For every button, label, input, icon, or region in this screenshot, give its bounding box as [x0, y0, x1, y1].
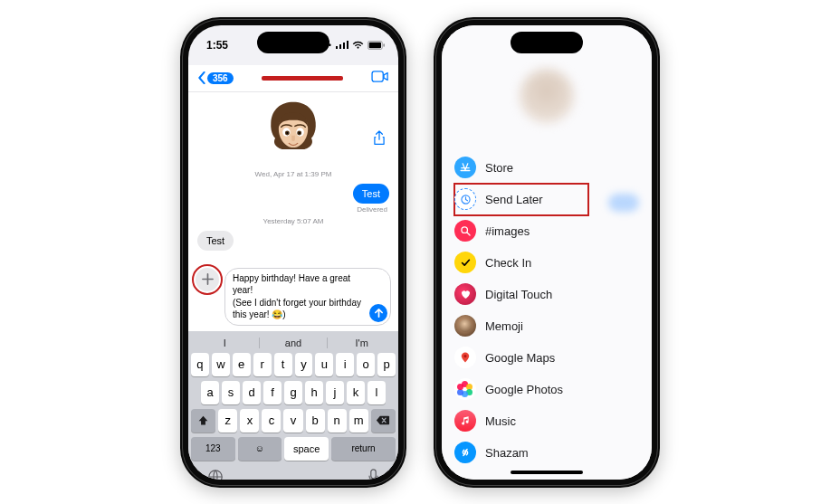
- menu-item-music[interactable]: Music: [454, 405, 588, 437]
- menu-item-send-later[interactable]: Send Later: [454, 184, 588, 215]
- contact-name-redacted[interactable]: [262, 76, 343, 81]
- key-u[interactable]: u: [315, 353, 333, 376]
- checkmark-icon: [454, 252, 476, 273]
- mic-icon: [368, 469, 379, 480]
- key-w[interactable]: w: [212, 353, 230, 376]
- key-t[interactable]: t: [274, 353, 292, 376]
- predictive-3[interactable]: I'm: [327, 338, 396, 348]
- search-icon: [454, 220, 476, 242]
- globe-key[interactable]: [207, 469, 224, 480]
- key-x[interactable]: x: [240, 409, 259, 433]
- battery-icon: [368, 41, 386, 50]
- arrow-up-icon: [374, 308, 384, 318]
- menu-item-label: Memoji: [485, 319, 523, 333]
- keyboard-bottom-bar: [191, 465, 396, 480]
- menu-item-google-maps[interactable]: Google Maps: [454, 342, 588, 374]
- store-icon: [454, 157, 476, 178]
- message-input[interactable]: Happy birthday! Have a great year! (See …: [224, 268, 391, 326]
- menu-item-label: Send Later: [485, 193, 543, 206]
- menu-item-shazam[interactable]: Shazam: [454, 437, 588, 469]
- menu-item-digital-touch[interactable]: Digital Touch: [454, 279, 588, 310]
- video-icon: [371, 71, 389, 82]
- key-v[interactable]: v: [283, 409, 302, 433]
- menu-item-google-photos[interactable]: Google Photos: [454, 374, 588, 405]
- key-d[interactable]: d: [243, 381, 261, 404]
- menu-item-memoji[interactable]: Memoji: [454, 310, 588, 342]
- iphone-right: StoreSend Later#imagesCheck InDigital To…: [434, 17, 660, 488]
- key-e[interactable]: e: [233, 353, 251, 376]
- date-stamp-1: Wed, Apr 17 at 1:39 PM: [197, 170, 389, 178]
- cellular-icon: [336, 41, 348, 49]
- key-s[interactable]: s: [222, 381, 240, 404]
- key-row-2: asdfghjkl: [191, 381, 396, 404]
- heart-icon: [454, 283, 476, 305]
- key-row-3: zxcvbnm: [191, 409, 396, 433]
- key-m[interactable]: m: [349, 409, 368, 433]
- contact-avatar[interactable]: [259, 98, 328, 166]
- facetime-button[interactable]: [371, 70, 389, 86]
- screen-messages: 1:55 •••• 356: [188, 25, 398, 480]
- key-g[interactable]: g: [284, 381, 302, 404]
- menu-item-images[interactable]: #images: [454, 215, 588, 247]
- back-button[interactable]: 356: [197, 71, 234, 84]
- menu-item-label: Music: [485, 414, 516, 428]
- apps-plus-button[interactable]: [196, 268, 219, 291]
- key-k[interactable]: k: [347, 381, 365, 404]
- status-time: 1:55: [206, 39, 228, 52]
- compose-line-1: Happy birthday! Have a great year!: [233, 272, 367, 297]
- send-button[interactable]: [369, 304, 387, 322]
- wifi-icon: [352, 41, 364, 50]
- sent-bubble-1[interactable]: Test: [353, 184, 389, 204]
- emoji-keyboard-icon: ☺: [255, 443, 264, 453]
- shift-key[interactable]: [191, 409, 215, 433]
- key-r[interactable]: r: [253, 353, 272, 376]
- space-key[interactable]: space: [284, 437, 329, 461]
- predictive-1[interactable]: I: [191, 338, 259, 348]
- key-f[interactable]: f: [263, 381, 282, 404]
- menu-item-store[interactable]: Store: [454, 152, 588, 184]
- key-b[interactable]: b: [306, 409, 325, 433]
- share-icon: [373, 130, 386, 146]
- key-q[interactable]: q: [191, 353, 209, 376]
- compose-line-2: (See I didn't forget your birthday this …: [233, 297, 367, 321]
- svg-point-9: [299, 131, 301, 133]
- return-key[interactable]: return: [331, 437, 396, 461]
- key-p[interactable]: p: [377, 353, 396, 376]
- key-z[interactable]: z: [218, 409, 237, 433]
- dictate-key[interactable]: [368, 469, 379, 480]
- svg-rect-1: [369, 42, 381, 48]
- key-i[interactable]: i: [336, 353, 354, 376]
- key-a[interactable]: a: [201, 381, 219, 404]
- maps-pin-icon: [454, 347, 476, 368]
- iphone-left: 1:55 •••• 356: [180, 17, 406, 488]
- svg-rect-3: [372, 71, 383, 81]
- memoji-avatar-icon: [259, 98, 328, 166]
- clock-icon: [454, 188, 476, 210]
- plus-icon: [202, 273, 214, 285]
- menu-item-label: #images: [485, 224, 530, 238]
- key-n[interactable]: n: [328, 409, 347, 433]
- numbers-key[interactable]: 123: [191, 437, 235, 461]
- dynamic-island: [257, 32, 329, 53]
- received-bubble-1[interactable]: Test: [197, 231, 234, 251]
- menu-item-label: Google Photos: [485, 383, 563, 396]
- key-o[interactable]: o: [357, 353, 375, 376]
- nav-bar: 356: [188, 65, 398, 92]
- key-h[interactable]: h: [305, 381, 323, 404]
- menu-item-check-in[interactable]: Check In: [454, 247, 588, 279]
- key-l[interactable]: l: [368, 381, 386, 404]
- shift-icon: [197, 414, 209, 426]
- svg-rect-11: [371, 469, 376, 478]
- predictive-2[interactable]: and: [259, 338, 328, 348]
- home-indicator[interactable]: [511, 471, 583, 474]
- chat-transcript[interactable]: Wed, Apr 17 at 1:39 PM Test Delivered Ye…: [188, 92, 398, 264]
- globe-icon: [207, 469, 224, 480]
- photos-icon: [454, 378, 476, 400]
- key-c[interactable]: c: [262, 409, 281, 433]
- share-button[interactable]: [373, 130, 386, 149]
- menu-item-label: Digital Touch: [485, 288, 552, 301]
- key-y[interactable]: y: [295, 353, 313, 376]
- backspace-key[interactable]: [371, 409, 396, 433]
- emoji-key[interactable]: ☺: [238, 437, 282, 461]
- key-j[interactable]: j: [326, 381, 344, 404]
